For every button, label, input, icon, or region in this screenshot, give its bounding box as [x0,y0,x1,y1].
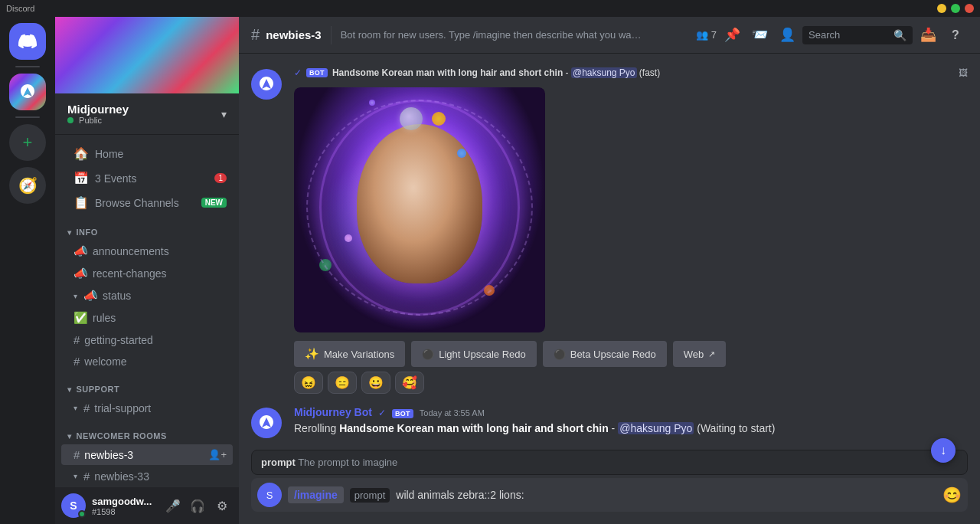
hash-icon-n33: # [83,470,90,483]
server-status: Public [67,116,129,125]
section-info[interactable]: ▾ INFO [55,215,239,240]
channel-hash-icon: # [251,26,260,44]
user-info: samgoodw... #1598 [92,496,156,516]
collapse-channel-icon-3: ▾ [74,472,77,480]
server-header[interactable]: Midjourney Public ▾ [55,93,239,135]
hash-icon-ts: # [83,401,90,414]
image-options-icon[interactable]: 🖼 [959,67,968,78]
message-input-wrapper: S /imagine prompt 😊 [251,478,968,512]
discord-home-icon[interactable] [9,23,46,60]
server-banner [55,17,239,93]
header-divider [331,26,332,44]
rail-divider-2 [15,116,40,118]
reaction-3[interactable]: 😀 [361,372,390,394]
member-count: 👥 7 [696,29,717,41]
collapse-arrow-newcomer: ▾ [67,432,72,440]
channel-announcements[interactable]: 📣 announcements [61,241,233,262]
titlebar: Discord − □ ✕ [0,0,980,17]
hash-icon-w: # [74,355,80,368]
beta-upscale-redo-button[interactable]: ⚫ Beta Upscale Redo [543,341,667,367]
member-count-number: 7 [711,29,717,41]
input-command-label: prompt [350,488,390,503]
reaction-4[interactable]: 🥰 [395,372,424,394]
mention: @haksung Pyo [618,422,694,434]
prompt-hint-text: The prompt to imagine [298,457,397,468]
msg-header-2: Midjourney Bot ✓ BOT Today at 3:55 AM [294,406,968,418]
make-variations-button[interactable]: ✨ Make Variations [294,341,405,367]
megaphone-icon: 📣 [74,244,88,258]
minimize-button[interactable]: − [937,4,946,13]
server-info: Midjourney Public [67,103,129,125]
collapse-arrow: ▾ [67,228,72,237]
server-name: Midjourney [67,103,129,116]
inbox-button[interactable]: 📥 [916,23,940,47]
collapse-channel-icon-2: ▾ [74,404,77,412]
home-icon: 🏠 [74,146,89,161]
section-newcomer-label: NEWCOMER ROOMS [77,431,167,440]
midjourney-server-icon[interactable] [9,74,46,110]
channel-newbies-3[interactable]: # newbies-3 👤+ [61,444,233,465]
slash-command: /imagine [288,486,344,503]
channel-rules[interactable]: ✅ rules [61,307,233,329]
msg-preview-line: ✓ BOT Handsome Korean man with long hair… [294,67,968,78]
events-icon: 📅 [74,171,89,185]
events-label: 3 Events [95,172,136,185]
sidebar-item-events[interactable]: 📅 3 Events 1 [61,166,233,190]
app-title: Discord [6,4,34,13]
emoji-picker-button[interactable]: 😊 [942,486,962,504]
member-count-icon: 👥 [696,29,708,41]
rail-divider [15,66,40,67]
msg-content-2: Midjourney Bot ✓ BOT Today at 3:55 AM Re… [294,406,968,438]
light-upscale-redo-button[interactable]: ⚫ Light Upscale Redo [411,341,536,367]
channel-getting-started[interactable]: # getting-started [61,329,233,350]
section-newcomer[interactable]: ▾ NEWCOMER ROOMS [55,419,239,444]
web-label: Web [684,349,704,360]
settings-button[interactable]: ⚙ [211,495,233,516]
ai-generated-image [294,87,545,332]
input-avatar: S [257,483,282,507]
msg-text-2: Rerolling Handsome Korean man with long … [294,421,968,437]
channel-welcome[interactable]: # welcome [61,351,233,372]
add-member-icon: 👤+ [208,449,227,460]
sidebar: Midjourney Public ▾ 🏠 Home 📅 3 Events 1 [55,17,239,524]
orb-5 [369,100,375,106]
close-button[interactable]: ✕ [965,4,974,13]
channel-status[interactable]: ▾ 📣 status [61,285,233,306]
online-status-dot [78,510,86,518]
user-bar: S samgoodw... #1598 🎤 🎧 ⚙ [55,487,239,524]
browse-icon: 📋 [74,195,89,210]
channel-recent-changes[interactable]: 📣 recent-changes [61,263,233,284]
explore-servers-button[interactable]: 🧭 [9,167,46,204]
verified-check-2: ✓ [378,408,386,418]
dm-button[interactable]: 📨 [747,23,772,47]
msg-content-1: ✓ BOT Handsome Korean man with long hair… [294,67,968,394]
sidebar-item-home[interactable]: 🏠 Home [61,142,233,165]
light-upscale-emoji: ⚫ [422,349,434,360]
channel-trial-support[interactable]: ▾ # trial-support [61,398,233,418]
megaphone-icon-2: 📣 [74,267,88,280]
channel-newbies-33[interactable]: ▾ # newbies-33 [61,466,233,486]
status-dot [67,117,74,123]
messages-area: ✓ BOT Handsome Korean man with long hair… [239,54,980,450]
members-button[interactable]: 👤 [775,23,799,47]
pin-button[interactable]: 📌 [720,23,744,47]
user-avatar-wrap: S [61,493,86,518]
add-server-button[interactable]: + [9,124,46,161]
web-button[interactable]: Web ↗ [673,341,727,367]
section-support[interactable]: ▾ SUPPORT [55,372,239,397]
reaction-1[interactable]: 😖 [294,372,323,394]
maximize-button[interactable]: □ [951,4,960,13]
collapse-arrow-support: ▾ [67,385,72,394]
mute-button[interactable]: 🎤 [162,495,184,516]
user-tag: #1598 [92,507,156,516]
sidebar-item-browse-channels[interactable]: 📋 Browse Channels NEW [61,191,233,215]
message-input[interactable] [396,489,936,501]
help-button[interactable]: ? [943,23,968,47]
scroll-to-bottom-button[interactable]: ↓ [931,438,956,463]
channel-header-name: newbies-3 [266,28,322,41]
reaction-2[interactable]: 😑 [328,372,357,394]
search-bar[interactable]: Search 🔍 [802,26,913,44]
variations-emoji: ✨ [305,347,319,361]
bot-badge-2: BOT [392,409,413,418]
deafen-button[interactable]: 🎧 [187,495,208,516]
